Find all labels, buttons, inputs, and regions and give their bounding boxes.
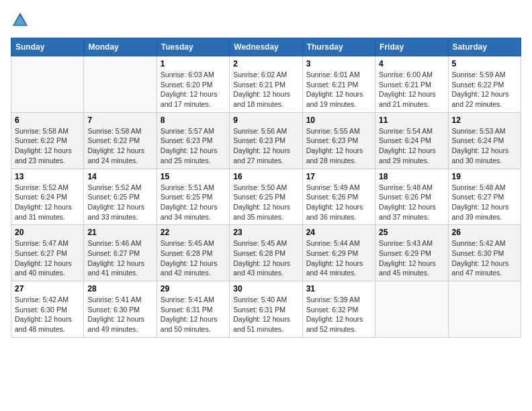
week-row: 20Sunrise: 5:47 AMSunset: 6:27 PMDayligh…: [11, 225, 521, 281]
page-header: [11, 11, 521, 30]
table-row: 19Sunrise: 5:48 AMSunset: 6:27 PMDayligh…: [448, 169, 521, 225]
table-row: 14Sunrise: 5:52 AMSunset: 6:25 PMDayligh…: [84, 169, 157, 225]
day-info: Sunrise: 5:54 AMSunset: 6:24 PMDaylight:…: [379, 126, 444, 166]
day-number: 30: [233, 284, 298, 293]
table-row: 26Sunrise: 5:42 AMSunset: 6:30 PMDayligh…: [448, 225, 521, 281]
header-cell-monday: Monday: [84, 38, 157, 56]
table-row: 23Sunrise: 5:45 AMSunset: 6:28 PMDayligh…: [230, 225, 302, 281]
day-number: 31: [306, 284, 371, 293]
table-row: 22Sunrise: 5:45 AMSunset: 6:28 PMDayligh…: [157, 225, 229, 281]
day-number: 12: [452, 116, 517, 125]
day-number: 28: [87, 284, 152, 293]
table-row: 3Sunrise: 6:01 AMSunset: 6:21 PMDaylight…: [302, 56, 375, 113]
table-row: 17Sunrise: 5:49 AMSunset: 6:26 PMDayligh…: [302, 169, 375, 225]
day-info: Sunrise: 5:58 AMSunset: 6:22 PMDaylight:…: [15, 126, 80, 166]
day-number: 25: [379, 228, 444, 237]
day-info: Sunrise: 5:49 AMSunset: 6:26 PMDaylight:…: [306, 183, 371, 222]
day-number: 21: [87, 228, 152, 237]
table-row: 15Sunrise: 5:51 AMSunset: 6:25 PMDayligh…: [157, 169, 229, 225]
day-info: Sunrise: 5:52 AMSunset: 6:25 PMDaylight:…: [87, 183, 152, 222]
day-info: Sunrise: 5:52 AMSunset: 6:24 PMDaylight:…: [15, 183, 80, 222]
table-row: 24Sunrise: 5:44 AMSunset: 6:29 PMDayligh…: [302, 225, 375, 281]
day-number: 24: [306, 228, 371, 237]
table-row: 5Sunrise: 5:59 AMSunset: 6:22 PMDaylight…: [448, 56, 521, 113]
day-info: Sunrise: 5:45 AMSunset: 6:28 PMDaylight:…: [161, 238, 226, 278]
day-info: Sunrise: 5:59 AMSunset: 6:22 PMDaylight:…: [452, 70, 517, 109]
day-info: Sunrise: 5:41 AMSunset: 6:31 PMDaylight:…: [161, 295, 226, 334]
day-info: Sunrise: 5:48 AMSunset: 6:27 PMDaylight:…: [452, 183, 517, 222]
day-info: Sunrise: 5:55 AMSunset: 6:23 PMDaylight:…: [306, 126, 371, 166]
day-info: Sunrise: 5:39 AMSunset: 6:32 PMDaylight:…: [306, 295, 371, 334]
week-row: 13Sunrise: 5:52 AMSunset: 6:24 PMDayligh…: [11, 169, 521, 225]
table-row: 10Sunrise: 5:55 AMSunset: 6:23 PMDayligh…: [302, 112, 375, 169]
day-number: 4: [379, 59, 444, 68]
day-number: 3: [306, 59, 371, 68]
table-row: 9Sunrise: 5:56 AMSunset: 6:23 PMDaylight…: [230, 112, 302, 169]
day-info: Sunrise: 6:00 AMSunset: 6:21 PMDaylight:…: [379, 70, 444, 109]
day-number: 13: [15, 172, 80, 181]
day-number: 15: [161, 172, 226, 181]
table-row: 25Sunrise: 5:43 AMSunset: 6:29 PMDayligh…: [375, 225, 448, 281]
day-info: Sunrise: 5:47 AMSunset: 6:27 PMDaylight:…: [15, 238, 80, 278]
table-row: 6Sunrise: 5:58 AMSunset: 6:22 PMDaylight…: [11, 112, 84, 169]
day-info: Sunrise: 5:44 AMSunset: 6:29 PMDaylight:…: [306, 238, 371, 278]
day-number: 9: [233, 116, 298, 125]
table-row: 7Sunrise: 5:58 AMSunset: 6:22 PMDaylight…: [84, 112, 157, 169]
calendar-header: SundayMondayTuesdayWednesdayThursdayFrid…: [11, 38, 521, 56]
day-number: 20: [15, 228, 80, 237]
table-row: 13Sunrise: 5:52 AMSunset: 6:24 PMDayligh…: [11, 169, 84, 225]
day-number: 18: [379, 172, 444, 181]
header-cell-saturday: Saturday: [448, 38, 521, 56]
day-info: Sunrise: 5:50 AMSunset: 6:25 PMDaylight:…: [233, 183, 298, 222]
day-number: 2: [233, 59, 298, 68]
header-cell-thursday: Thursday: [302, 38, 375, 56]
header-row: SundayMondayTuesdayWednesdayThursdayFrid…: [11, 38, 521, 56]
day-number: 19: [452, 172, 517, 181]
table-row: 30Sunrise: 5:40 AMSunset: 6:31 PMDayligh…: [230, 281, 302, 338]
table-row: 2Sunrise: 6:02 AMSunset: 6:21 PMDaylight…: [230, 56, 302, 113]
day-number: 8: [161, 116, 226, 125]
day-info: Sunrise: 5:53 AMSunset: 6:24 PMDaylight:…: [452, 126, 517, 166]
table-row: 29Sunrise: 5:41 AMSunset: 6:31 PMDayligh…: [157, 281, 229, 338]
day-info: Sunrise: 6:02 AMSunset: 6:21 PMDaylight:…: [233, 70, 298, 109]
day-info: Sunrise: 6:01 AMSunset: 6:21 PMDaylight:…: [306, 70, 371, 109]
table-row: 16Sunrise: 5:50 AMSunset: 6:25 PMDayligh…: [230, 169, 302, 225]
day-info: Sunrise: 5:56 AMSunset: 6:23 PMDaylight:…: [233, 126, 298, 166]
day-number: 23: [233, 228, 298, 237]
calendar-table: SundayMondayTuesdayWednesdayThursdayFrid…: [11, 38, 521, 338]
day-info: Sunrise: 5:57 AMSunset: 6:23 PMDaylight:…: [161, 126, 226, 166]
table-row: 12Sunrise: 5:53 AMSunset: 6:24 PMDayligh…: [448, 112, 521, 169]
day-info: Sunrise: 5:51 AMSunset: 6:25 PMDaylight:…: [161, 183, 226, 222]
week-row: 27Sunrise: 5:42 AMSunset: 6:30 PMDayligh…: [11, 281, 521, 338]
table-row: 28Sunrise: 5:41 AMSunset: 6:30 PMDayligh…: [84, 281, 157, 338]
header-cell-friday: Friday: [375, 38, 448, 56]
table-row: [448, 281, 521, 338]
day-info: Sunrise: 5:45 AMSunset: 6:28 PMDaylight:…: [233, 238, 298, 278]
header-cell-tuesday: Tuesday: [157, 38, 229, 56]
table-row: 18Sunrise: 5:48 AMSunset: 6:26 PMDayligh…: [375, 169, 448, 225]
week-row: 6Sunrise: 5:58 AMSunset: 6:22 PMDaylight…: [11, 112, 521, 169]
logo: [11, 11, 32, 30]
table-row: 27Sunrise: 5:42 AMSunset: 6:30 PMDayligh…: [11, 281, 84, 338]
table-row: 11Sunrise: 5:54 AMSunset: 6:24 PMDayligh…: [375, 112, 448, 169]
day-number: 22: [161, 228, 226, 237]
table-row: 1Sunrise: 6:03 AMSunset: 6:20 PMDaylight…: [157, 56, 229, 113]
day-number: 11: [379, 116, 444, 125]
table-row: 21Sunrise: 5:46 AMSunset: 6:27 PMDayligh…: [84, 225, 157, 281]
header-cell-wednesday: Wednesday: [230, 38, 302, 56]
table-row: [11, 56, 84, 113]
day-number: 7: [87, 116, 152, 125]
day-number: 10: [306, 116, 371, 125]
day-info: Sunrise: 5:40 AMSunset: 6:31 PMDaylight:…: [233, 295, 298, 334]
day-info: Sunrise: 5:42 AMSunset: 6:30 PMDaylight:…: [15, 295, 80, 334]
table-row: 20Sunrise: 5:47 AMSunset: 6:27 PMDayligh…: [11, 225, 84, 281]
day-info: Sunrise: 5:48 AMSunset: 6:26 PMDaylight:…: [379, 183, 444, 222]
calendar-body: 1Sunrise: 6:03 AMSunset: 6:20 PMDaylight…: [11, 56, 521, 338]
day-number: 16: [233, 172, 298, 181]
week-row: 1Sunrise: 6:03 AMSunset: 6:20 PMDaylight…: [11, 56, 521, 113]
day-info: Sunrise: 5:58 AMSunset: 6:22 PMDaylight:…: [87, 126, 152, 166]
day-number: 14: [87, 172, 152, 181]
day-number: 27: [15, 284, 80, 293]
day-info: Sunrise: 6:03 AMSunset: 6:20 PMDaylight:…: [161, 70, 226, 109]
day-info: Sunrise: 5:42 AMSunset: 6:30 PMDaylight:…: [452, 238, 517, 278]
